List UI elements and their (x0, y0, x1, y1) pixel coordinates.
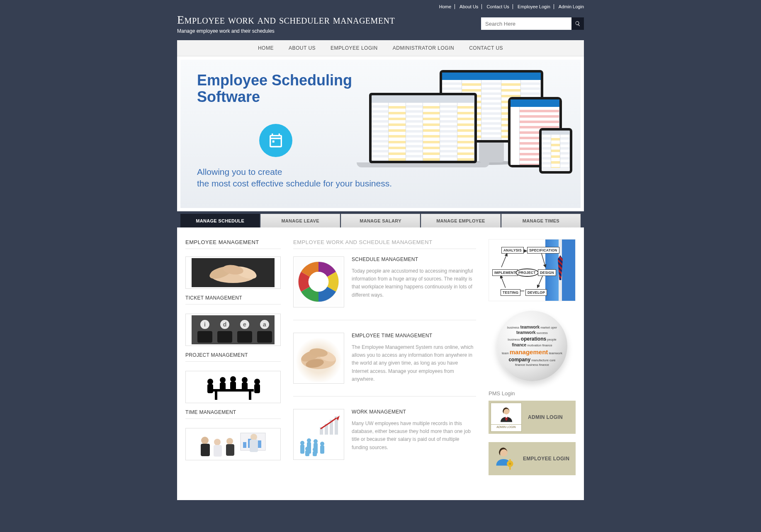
nav-contact[interactable]: CONTACT US (462, 40, 511, 56)
svg-rect-39 (250, 440, 258, 452)
side-title-time: TIME MANAGEMENT (185, 409, 281, 419)
article-body: The Employee Management System runs onli… (352, 343, 476, 383)
svg-rect-45 (226, 444, 234, 456)
svg-point-42 (214, 439, 221, 445)
utility-nav: Home About Us Contact Us Employee Login … (177, 0, 584, 11)
tab-manage-times[interactable]: MANAGE TIMES (501, 214, 581, 227)
util-link-home[interactable]: Home (436, 4, 455, 9)
svg-rect-8 (237, 331, 252, 343)
article-title: WORK MANAGEMENT (352, 409, 476, 415)
svg-rect-43 (214, 445, 222, 457)
svg-point-63 (313, 447, 317, 452)
article-time: EMPLOYEE TIME MANAGEMENT The Employee Ma… (293, 333, 476, 397)
thumb-presentation-icon (187, 430, 279, 459)
svg-point-26 (230, 376, 236, 382)
svg-point-22 (207, 379, 213, 384)
tab-bar: MANAGE SCHEDULE MANAGE LEAVE MANAGE SALA… (177, 211, 584, 227)
svg-point-28 (242, 377, 248, 383)
promo-dev-process: ANALYSIS SPECIFICATION IMPLEMENT PROJECT… (489, 239, 576, 301)
util-link-contact[interactable]: Contact Us (483, 4, 513, 9)
article-title: EMPLOYEE TIME MANAGEMENT (352, 333, 476, 339)
svg-rect-75 (509, 466, 511, 470)
side-block-last (185, 428, 281, 460)
article-schedule: SCHEDULE MANAGEMENT Today people are acc… (293, 256, 476, 320)
dev-node-implement: IMPLEMENT (492, 269, 518, 276)
article-work: WORK MANAGEMENT Many UW employees have m… (293, 409, 476, 472)
side-block-project: idea PROJECT MANAGEMENT (185, 314, 281, 362)
svg-point-44 (226, 438, 233, 445)
search-input[interactable] (481, 17, 571, 30)
employee-login-label: EMPLOYEE LOGIN (523, 456, 569, 462)
svg-rect-41 (201, 444, 210, 456)
tab-manage-leave[interactable]: MANAGE LEAVE (260, 214, 340, 227)
employee-login-button[interactable]: EMPLOYEE LOGIN (489, 442, 576, 475)
svg-point-47 (309, 272, 328, 292)
content-body: EMPLOYEE MANAGEMENT TICKET MANAGEMENT id… (177, 227, 584, 500)
svg-rect-29 (242, 382, 248, 391)
svg-point-30 (254, 379, 260, 384)
side-title-project: PROJECT MANAGEMENT (185, 352, 281, 362)
search-button[interactable] (571, 17, 584, 30)
dev-node-design: DESIGN (538, 269, 556, 276)
svg-rect-20 (215, 392, 217, 400)
svg-rect-31 (254, 384, 260, 393)
site-title: Employee work and scheduler management (177, 13, 395, 27)
side-block-ticket: TICKET MANAGEMENT (185, 256, 281, 305)
main-column: EMPLOYEE WORK AND SCHEDULE MANAGEMENT (293, 239, 476, 484)
util-link-employee-login[interactable]: Employee Login (514, 4, 554, 9)
thumb-hands-icon (187, 258, 279, 287)
svg-rect-74 (509, 459, 511, 462)
thumb-meeting-icon (187, 372, 279, 401)
svg-rect-60 (320, 445, 324, 454)
svg-point-40 (201, 437, 209, 444)
article-title: SCHEDULE MANAGEMENT (352, 256, 476, 262)
dev-node-testing: TESTING (501, 289, 520, 296)
thumb-teamhands-icon (295, 334, 343, 382)
admin-login-button[interactable]: ADMIN LOGIN ADMIN LOGIN (489, 401, 576, 434)
svg-point-53 (300, 441, 304, 445)
nav-about[interactable]: ABOUT US (281, 40, 323, 56)
dev-node-project: PROJECT (515, 268, 539, 277)
util-link-admin-login[interactable]: Admin Login (555, 4, 584, 9)
util-link-about[interactable]: About Us (456, 4, 482, 9)
site-subtitle: Manage employee work and their schedules (177, 28, 395, 34)
svg-point-24 (220, 377, 226, 383)
sidebar-right: ANALYSIS SPECIFICATION IMPLEMENT PROJECT… (489, 239, 576, 484)
pms-login-heading: PMS Login (489, 390, 576, 397)
side-title-ticket: TICKET MANAGEMENT (185, 295, 281, 305)
thumb-cycle-icon (295, 258, 343, 306)
svg-rect-7 (217, 331, 232, 343)
tab-manage-salary[interactable]: MANAGE SALARY (341, 214, 420, 227)
svg-rect-64 (313, 451, 317, 456)
svg-point-55 (307, 438, 311, 443)
tab-manage-employee[interactable]: MANAGE EMPLOYEE (421, 214, 500, 227)
hero-banner: Employee Scheduling Software Allowing yo… (180, 60, 581, 208)
svg-text:a: a (263, 321, 266, 328)
sidebar-heading: EMPLOYEE MANAGEMENT (185, 239, 281, 249)
svg-text:e: e (243, 321, 246, 328)
dev-node-specification: SPECIFICATION (527, 247, 559, 254)
svg-text:i: i (204, 321, 206, 328)
svg-rect-27 (230, 382, 236, 390)
admin-avatar-icon: ADMIN LOGIN (491, 403, 522, 432)
svg-rect-21 (249, 392, 251, 400)
nav-admin-login[interactable]: ADMINISTRATOR LOGIN (385, 40, 462, 56)
nav-home[interactable]: HOME (250, 40, 281, 56)
employee-avatar-icon (492, 445, 517, 472)
dev-node-analysis: ANALYSIS (501, 247, 524, 254)
article-body: Many UW employees have multiple records … (352, 420, 476, 452)
svg-point-59 (320, 442, 324, 446)
article-body: Today people are accustomed to accessing… (352, 267, 476, 299)
tab-manage-schedule[interactable]: MANAGE SCHEDULE (180, 214, 260, 227)
hero-frame: Employee Scheduling Software Allowing yo… (177, 56, 584, 211)
svg-point-57 (314, 439, 318, 443)
search-icon (575, 21, 581, 27)
admin-icon-caption: ADMIN LOGIN (491, 424, 521, 428)
thumb-idea-icon: idea (187, 315, 279, 344)
svg-rect-70 (506, 416, 507, 418)
sidebar-left: EMPLOYEE MANAGEMENT TICKET MANAGEMENT id… (185, 239, 281, 484)
hero-devices-illustration (336, 68, 568, 196)
main-nav: HOME ABOUT US EMPLOYEE LOGIN ADMINISTRAT… (177, 40, 584, 56)
thumb-growth-icon (295, 411, 343, 458)
nav-employee-login[interactable]: EMPLOYEE LOGIN (323, 40, 385, 56)
